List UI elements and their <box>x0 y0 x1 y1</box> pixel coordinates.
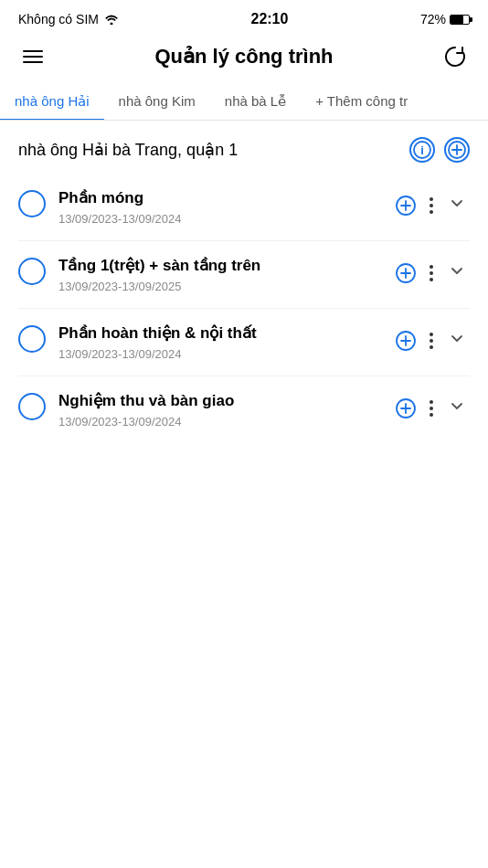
add-icon <box>447 140 467 160</box>
refresh-button[interactable] <box>440 42 470 71</box>
status-right: 72% <box>420 12 470 26</box>
more-options-button[interactable] <box>426 331 437 351</box>
carrier-text: Không có SIM <box>18 12 99 26</box>
menu-button[interactable] <box>18 42 48 71</box>
project-actions: i <box>409 137 470 163</box>
add-circle-icon <box>395 262 417 284</box>
chevron-down-icon <box>448 329 466 347</box>
expand-button[interactable] <box>444 327 470 354</box>
add-subtask-button[interactable] <box>393 193 419 218</box>
chevron-down-icon <box>448 194 466 212</box>
battery-icon <box>450 15 470 25</box>
page-title: Quản lý công trình <box>48 45 440 69</box>
wifi-icon <box>104 14 119 25</box>
chevron-down-icon <box>448 397 466 415</box>
add-subtask-button[interactable] <box>393 328 419 354</box>
add-subtask-button[interactable] <box>393 260 419 286</box>
work-content: Phần hoàn thiện & nội thất 13/09/2023-13… <box>58 323 380 361</box>
expand-button[interactable] <box>444 259 470 286</box>
work-item: Tầng 1(trệt) + sàn tầng trên 13/09/2023-… <box>18 241 470 309</box>
project-info-button[interactable]: i <box>409 137 435 163</box>
work-date: 13/09/2023-13/09/2025 <box>58 280 380 293</box>
tab-add-project[interactable]: + Thêm công tr <box>301 84 422 120</box>
status-left: Không có SIM <box>18 12 119 26</box>
chevron-down-icon <box>448 261 466 280</box>
refresh-icon <box>442 44 468 69</box>
checkbox-nghiem-thu[interactable] <box>18 393 46 420</box>
more-options-button[interactable] <box>426 196 437 216</box>
battery-fill <box>451 16 463 24</box>
tabs-nav: nhà ông Hải nhà ông Kim nhà bà Lễ + Thêm… <box>0 84 488 121</box>
work-content: Phần móng 13/09/2023-13/09/2024 <box>58 188 380 226</box>
work-actions <box>393 188 470 218</box>
app-header: Quản lý công trình <box>0 35 488 84</box>
work-title: Nghiệm thu và bàn giao <box>58 391 380 411</box>
status-time: 22:10 <box>250 11 288 27</box>
work-title: Phần hoàn thiện & nội thất <box>58 323 380 344</box>
project-header: nhà ông Hải bà Trang, quận 1 i <box>0 121 488 174</box>
work-title: Tầng 1(trệt) + sàn tầng trên <box>58 256 380 276</box>
checkbox-tang-1[interactable] <box>18 258 46 285</box>
work-item: Phần móng 13/09/2023-13/09/2024 <box>18 174 470 241</box>
work-date: 13/09/2023-13/09/2024 <box>58 347 380 361</box>
expand-button[interactable] <box>444 192 470 218</box>
tab-nha-ba-le[interactable]: nhà bà Lễ <box>210 84 301 121</box>
work-item: Phần hoàn thiện & nội thất 13/09/2023-13… <box>18 309 470 376</box>
work-title: Phần móng <box>58 188 380 208</box>
info-icon: i <box>412 140 432 160</box>
add-circle-icon <box>395 397 417 419</box>
hamburger-icon <box>23 50 43 63</box>
checkbox-phan-mong[interactable] <box>18 190 46 217</box>
work-date: 13/09/2023-13/09/2024 <box>58 212 380 226</box>
project-title: nhà ông Hải bà Trang, quận 1 <box>18 140 238 160</box>
expand-button[interactable] <box>444 395 470 421</box>
work-actions <box>393 256 470 286</box>
more-options-button[interactable] <box>426 398 437 418</box>
work-content: Nghiệm thu và bàn giao 13/09/2023-13/09/… <box>58 391 380 429</box>
tab-nha-ong-hai[interactable]: nhà ông Hải <box>0 84 104 121</box>
add-subtask-button[interactable] <box>393 396 419 421</box>
work-content: Tầng 1(trệt) + sàn tầng trên 13/09/2023-… <box>58 256 380 293</box>
battery-percent: 72% <box>420 12 446 26</box>
work-actions <box>393 391 470 421</box>
checkbox-hoan-thien[interactable] <box>18 325 46 353</box>
project-add-button[interactable] <box>444 137 470 163</box>
status-bar: Không có SIM 22:10 72% <box>0 0 488 35</box>
work-date: 13/09/2023-13/09/2024 <box>58 415 380 429</box>
work-item: Nghiệm thu và bàn giao 13/09/2023-13/09/… <box>18 376 470 443</box>
svg-text:i: i <box>420 143 424 157</box>
work-list: Phần móng 13/09/2023-13/09/2024 <box>0 174 488 443</box>
tab-nha-ong-kim[interactable]: nhà ông Kim <box>104 84 210 121</box>
add-circle-icon <box>395 330 417 352</box>
work-actions <box>393 323 470 354</box>
more-options-button[interactable] <box>426 263 437 283</box>
add-circle-icon <box>395 195 417 217</box>
